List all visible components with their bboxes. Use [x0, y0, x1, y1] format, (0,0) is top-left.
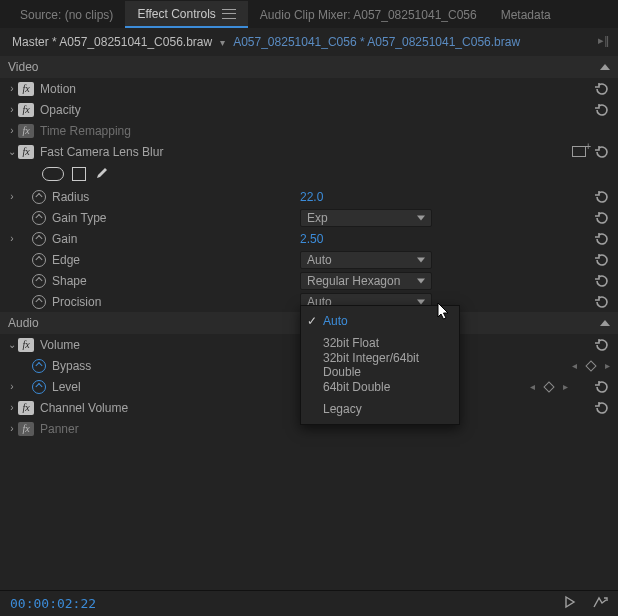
procision-dropdown-menu: Auto 32bit Float 32bit Integer/64bit Dou…: [300, 305, 460, 425]
prop-radius: › Radius 22.0: [0, 186, 618, 207]
collapse-icon[interactable]: [600, 64, 610, 70]
effect-label: Fast Camera Lens Blur: [40, 145, 163, 159]
ellipse-mask-icon[interactable]: [42, 167, 64, 181]
prop-label: Shape: [52, 274, 87, 288]
fx-badge-icon[interactable]: fx: [18, 401, 34, 415]
dropdown-option-64bit-double[interactable]: 64bit Double: [301, 376, 459, 398]
fx-badge-icon[interactable]: fx: [18, 124, 34, 138]
prop-value[interactable]: 2.50: [300, 232, 323, 246]
effect-label: Opacity: [40, 103, 81, 117]
stopwatch-icon[interactable]: [32, 190, 46, 204]
twisty-icon[interactable]: ⌄: [6, 146, 18, 157]
stopwatch-icon[interactable]: [32, 359, 46, 373]
reset-icon[interactable]: [594, 211, 610, 225]
reset-icon[interactable]: [594, 82, 610, 96]
next-keyframe-icon[interactable]: ▸: [605, 360, 610, 371]
select-value: Exp: [307, 211, 328, 225]
reset-icon[interactable]: [594, 145, 610, 159]
stopwatch-icon[interactable]: [32, 274, 46, 288]
stopwatch-icon[interactable]: [32, 232, 46, 246]
effect-label: Panner: [40, 422, 79, 436]
stopwatch-icon[interactable]: [32, 295, 46, 309]
fx-badge-icon[interactable]: fx: [18, 103, 34, 117]
select-value: Auto: [307, 253, 332, 267]
twisty-icon[interactable]: ›: [6, 125, 18, 136]
twisty-icon[interactable]: ›: [6, 83, 18, 94]
select-value: Regular Hexagon: [307, 274, 400, 288]
panel-menu-icon[interactable]: [222, 9, 236, 19]
dropdown-option-auto[interactable]: Auto: [301, 310, 459, 332]
gain-type-select[interactable]: Exp: [300, 209, 432, 227]
mask-shape-tools: [0, 162, 618, 186]
fx-badge-icon[interactable]: fx: [18, 82, 34, 96]
prop-gain: › Gain 2.50: [0, 228, 618, 249]
rectangle-mask-icon[interactable]: [72, 167, 86, 181]
next-keyframe-icon[interactable]: ▸: [563, 381, 568, 392]
collapse-icon[interactable]: [600, 320, 610, 326]
prop-value[interactable]: 22.0: [300, 190, 323, 204]
option-label: 32bit Float: [323, 336, 379, 350]
effect-fast-camera-lens-blur[interactable]: ⌄ fx Fast Camera Lens Blur: [0, 141, 618, 162]
fx-badge-icon[interactable]: fx: [18, 338, 34, 352]
effect-label: Time Remapping: [40, 124, 131, 138]
tab-audio-clip-mixer[interactable]: Audio Clip Mixer: A057_08251041_C056: [248, 2, 489, 27]
reset-icon[interactable]: [594, 232, 610, 246]
effect-label: Volume: [40, 338, 80, 352]
section-label: Audio: [8, 316, 39, 330]
tab-metadata[interactable]: Metadata: [489, 2, 563, 27]
prop-label: Gain: [52, 232, 77, 246]
prop-shape: › Shape Regular Hexagon: [0, 270, 618, 291]
create-comp-icon[interactable]: [572, 146, 586, 157]
pen-mask-icon[interactable]: [94, 165, 110, 184]
reset-icon[interactable]: [594, 103, 610, 117]
prop-label: Level: [52, 380, 81, 394]
reset-icon[interactable]: [594, 295, 610, 309]
section-video[interactable]: Video: [0, 56, 618, 78]
add-keyframe-icon[interactable]: [543, 381, 554, 392]
prev-keyframe-icon[interactable]: ◂: [530, 381, 535, 392]
breadcrumb-clip[interactable]: A057_08251041_C056 * A057_08251041_C056.…: [233, 35, 520, 49]
twisty-icon[interactable]: ›: [6, 104, 18, 115]
dropdown-option-32bit-int-64bit-double[interactable]: 32bit Integer/64bit Double: [301, 354, 459, 376]
twisty-icon[interactable]: ›: [6, 423, 18, 434]
twisty-icon[interactable]: ›: [6, 233, 18, 244]
timeline-footer: 00:00:02:22: [0, 590, 618, 616]
prev-keyframe-icon[interactable]: ◂: [572, 360, 577, 371]
tab-label: Source: (no clips): [20, 8, 113, 22]
timecode[interactable]: 00:00:02:22: [10, 596, 96, 611]
reset-icon[interactable]: [594, 338, 610, 352]
stopwatch-icon[interactable]: [32, 211, 46, 225]
fx-badge-icon[interactable]: fx: [18, 145, 34, 159]
tab-label: Audio Clip Mixer: A057_08251041_C056: [260, 8, 477, 22]
twisty-icon[interactable]: ›: [6, 402, 18, 413]
effect-time-remapping[interactable]: › fx Time Remapping: [0, 120, 618, 141]
section-label: Video: [8, 60, 38, 74]
toggle-track-output-icon[interactable]: [592, 595, 608, 612]
timeline-jump-icon[interactable]: ▸‖: [598, 34, 610, 47]
breadcrumb-master: Master * A057_08251041_C056.braw: [12, 35, 212, 49]
shape-select[interactable]: Regular Hexagon: [300, 272, 432, 290]
reset-icon[interactable]: [594, 274, 610, 288]
reset-icon[interactable]: [594, 253, 610, 267]
reset-icon[interactable]: [594, 190, 610, 204]
reset-icon[interactable]: [594, 401, 610, 415]
twisty-icon[interactable]: ›: [6, 191, 18, 202]
prop-label: Gain Type: [52, 211, 106, 225]
twisty-icon[interactable]: ›: [6, 381, 18, 392]
stopwatch-icon[interactable]: [32, 380, 46, 394]
twisty-icon[interactable]: ⌄: [6, 339, 18, 350]
edge-select[interactable]: Auto: [300, 251, 432, 269]
play-only-icon[interactable]: [562, 595, 578, 612]
tab-source[interactable]: Source: (no clips): [8, 2, 125, 27]
tab-label: Effect Controls: [137, 7, 215, 21]
dropdown-option-legacy[interactable]: Legacy: [301, 398, 459, 420]
stopwatch-icon[interactable]: [32, 253, 46, 267]
add-keyframe-icon[interactable]: [585, 360, 596, 371]
effect-opacity[interactable]: › fx Opacity: [0, 99, 618, 120]
effect-motion[interactable]: › fx Motion: [0, 78, 618, 99]
chevron-down-icon[interactable]: ▾: [220, 37, 225, 48]
reset-icon[interactable]: [594, 380, 610, 394]
prop-edge: › Edge Auto: [0, 249, 618, 270]
fx-badge-icon[interactable]: fx: [18, 422, 34, 436]
tab-effect-controls[interactable]: Effect Controls: [125, 1, 247, 28]
